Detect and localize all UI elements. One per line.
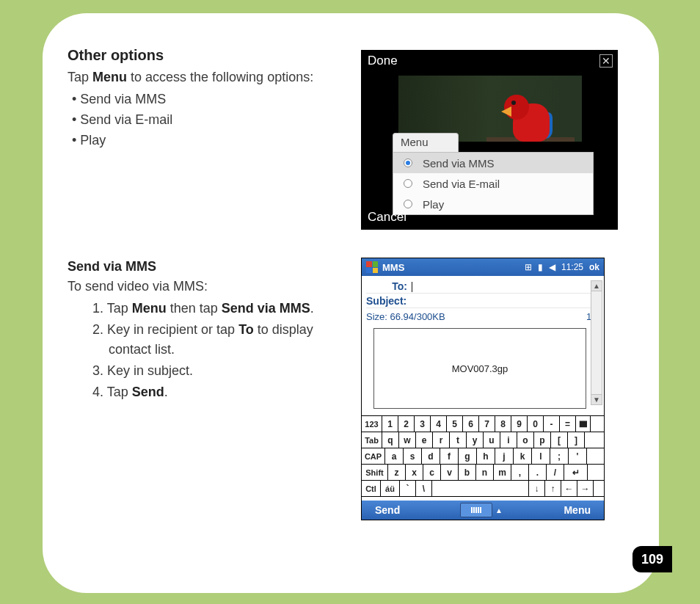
radio-icon: [404, 179, 412, 188]
key-;[interactable]: ;: [550, 448, 569, 464]
size-bar: Size: 66.94/300KB 1/1: [362, 310, 604, 324]
key-←[interactable]: ←: [561, 481, 577, 496]
close-icon[interactable]: ✕: [599, 54, 613, 68]
key-x[interactable]: x: [406, 465, 423, 480]
key--[interactable]: -: [544, 416, 560, 432]
key-t[interactable]: t: [450, 432, 467, 448]
subsection-intro: To send video via MMS:: [68, 277, 346, 296]
key-Shift[interactable]: Shift: [362, 465, 388, 480]
key-↓[interactable]: ↓: [529, 481, 545, 496]
send-button[interactable]: Send: [362, 504, 460, 516]
start-icon[interactable]: [366, 261, 378, 273]
key-8[interactable]: 8: [495, 416, 511, 432]
key-0[interactable]: 0: [528, 416, 544, 432]
manual-page: Other options Tap Menu to access the fol…: [43, 13, 659, 593]
menu-item-send-mms[interactable]: Send via MMS: [393, 153, 593, 173]
key-l[interactable]: l: [532, 448, 550, 464]
key-o[interactable]: o: [517, 432, 534, 448]
key-4[interactable]: 4: [431, 416, 447, 432]
key-k[interactable]: k: [514, 448, 532, 464]
connectivity-icon[interactable]: ⊞: [525, 262, 532, 272]
key-Tab[interactable]: Tab: [362, 432, 382, 448]
menu-item-send-email[interactable]: Send via E-mail: [393, 173, 593, 194]
key-g[interactable]: g: [459, 448, 477, 464]
key-][interactable]: ]: [568, 432, 585, 448]
key-v[interactable]: v: [441, 465, 459, 480]
key-`[interactable]: `: [400, 481, 416, 496]
scroll-up-icon[interactable]: ▲: [591, 281, 602, 291]
ok-button[interactable]: ok: [589, 262, 599, 272]
key-'[interactable]: ': [569, 448, 587, 464]
key-e[interactable]: e: [416, 432, 433, 448]
popup-menu: Menu Send via MMS Send via E-mail Pla: [393, 133, 594, 215]
list-item: 3. Key in subject.: [92, 361, 346, 381]
list-item: 1. Tap Menu then tap Send via MMS.: [92, 299, 346, 319]
key-r[interactable]: r: [433, 432, 450, 448]
key-123[interactable]: 123: [362, 416, 382, 432]
size-text: Size: 66.94/300KB: [366, 311, 445, 322]
clock-text: 11:25: [561, 262, 583, 272]
app-title: MMS: [382, 262, 525, 273]
subject-label: Subject:: [366, 295, 406, 307]
done-button[interactable]: Done: [368, 54, 398, 68]
key-s[interactable]: s: [404, 448, 422, 464]
screenshot-titlebar: Done ✕: [362, 51, 617, 71]
key-.[interactable]: .: [529, 465, 547, 480]
section-intro: Tap Menu to access the following options…: [68, 68, 346, 87]
radio-icon: [404, 200, 412, 208]
list-item: Send via E-mail: [68, 110, 346, 131]
window-titlebar: MMS ⊞ ▮ ◀ 11:25 ok: [362, 258, 604, 276]
screenshot-menu: Done ✕ Menu Send via MMS: [361, 50, 618, 230]
scrollbar[interactable]: ▲ ▼: [591, 280, 602, 405]
attachment-slot[interactable]: MOV007.3gp: [373, 328, 586, 409]
key-u[interactable]: u: [484, 432, 500, 448]
key-q[interactable]: q: [382, 432, 399, 448]
menu-button[interactable]: Menu: [506, 504, 604, 516]
key-c[interactable]: c: [423, 465, 441, 480]
key-2[interactable]: 2: [398, 416, 415, 432]
key-↵[interactable]: ↵: [564, 465, 588, 480]
key-j[interactable]: j: [495, 448, 514, 464]
key-y[interactable]: y: [467, 432, 484, 448]
speaker-icon[interactable]: ◀: [549, 262, 555, 272]
key-,[interactable]: ,: [511, 465, 529, 480]
key-d[interactable]: d: [422, 448, 440, 464]
key-m[interactable]: m: [494, 465, 511, 480]
key-=[interactable]: =: [560, 416, 576, 432]
key-i[interactable]: i: [500, 432, 517, 448]
key-f[interactable]: f: [440, 448, 459, 464]
key-CAP[interactable]: CAP: [362, 448, 385, 464]
key-w[interactable]: w: [399, 432, 416, 448]
key-6[interactable]: 6: [463, 416, 479, 432]
key-Ctl[interactable]: Ctl: [362, 481, 381, 496]
to-field-row[interactable]: To:: [366, 279, 599, 294]
key-9[interactable]: 9: [511, 416, 528, 432]
on-screen-keyboard[interactable]: 1231234567890-=⯀ Tabqwertyuiop[] CAPasdf…: [362, 415, 604, 501]
signal-icon[interactable]: ▮: [538, 262, 543, 272]
key-7[interactable]: 7: [479, 416, 495, 432]
key-→[interactable]: →: [577, 481, 594, 496]
sip-arrow-icon[interactable]: ▲: [492, 506, 506, 514]
key-5[interactable]: 5: [447, 416, 463, 432]
key-a[interactable]: a: [385, 448, 404, 464]
key-/[interactable]: /: [547, 465, 564, 480]
key-⯀[interactable]: ⯀: [576, 416, 591, 432]
sip-toggle-button[interactable]: [460, 503, 492, 517]
to-input[interactable]: [412, 280, 599, 291]
scroll-down-icon[interactable]: ▼: [591, 394, 602, 404]
to-label: To:: [366, 280, 412, 292]
key-n[interactable]: n: [476, 465, 494, 480]
key-space[interactable]: [432, 481, 529, 496]
cancel-button[interactable]: Cancel: [362, 208, 617, 229]
key-↑[interactable]: ↑: [545, 481, 561, 496]
key-\[interactable]: \: [416, 481, 432, 496]
key-3[interactable]: 3: [415, 416, 431, 432]
key-p[interactable]: p: [534, 432, 551, 448]
key-1[interactable]: 1: [382, 416, 398, 432]
key-[[interactable]: [: [551, 432, 568, 448]
key-b[interactable]: b: [459, 465, 476, 480]
key-h[interactable]: h: [477, 448, 495, 464]
key-áü[interactable]: áü: [381, 481, 400, 496]
key-z[interactable]: z: [388, 465, 406, 480]
subject-field-row[interactable]: Subject:: [366, 294, 599, 308]
